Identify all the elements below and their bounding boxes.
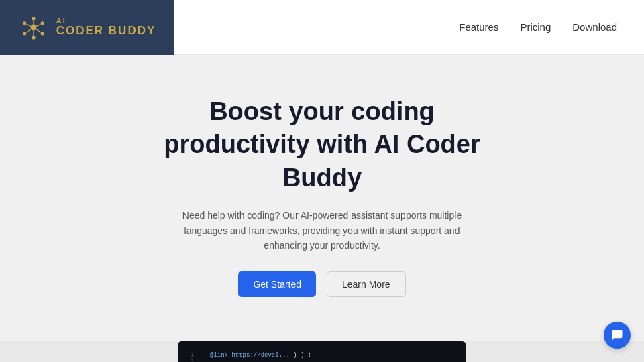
hero-section: Boost your coding productivity with AI C… [0, 55, 644, 341]
line-numbers: 1 2 3 4 5 6 7 8 9 10 11 12 13 14 15 [178, 341, 197, 362]
nav-item-download[interactable]: Download [572, 21, 617, 34]
nav-link-features[interactable]: Features [459, 21, 498, 33]
hero-subtitle: Need help with coding? Our AI-powered as… [181, 208, 463, 253]
code-content: @link https://devel... ) ) ; @package _ … [189, 352, 455, 362]
chat-icon [610, 328, 624, 342]
chat-bubble[interactable] [604, 322, 631, 349]
navbar: AI CODER BUDDY Features Pricing Download [0, 0, 644, 55]
hero-buttons: Get Started Learn More [13, 272, 631, 297]
svg-point-6 [23, 21, 26, 25]
svg-point-5 [23, 32, 26, 35]
code-section: 1 2 3 4 5 6 7 8 9 10 11 12 13 14 15 @lin… [0, 341, 644, 362]
logo-icon [19, 13, 48, 42]
nav-item-features[interactable]: Features [459, 21, 498, 34]
learn-more-button[interactable]: Learn More [327, 272, 406, 297]
code-mock: 1 2 3 4 5 6 7 8 9 10 11 12 13 14 15 @lin… [178, 341, 466, 362]
hero-title: Boost your coding productivity with AI C… [154, 95, 490, 194]
code-line: @link https://devel... ) ) ; [210, 352, 455, 359]
nav-links: Features Pricing Download [459, 21, 617, 34]
get-started-button[interactable]: Get Started [238, 272, 316, 297]
nav-link-download[interactable]: Download [572, 21, 617, 33]
svg-point-4 [32, 36, 35, 39]
svg-point-1 [32, 17, 35, 20]
svg-point-3 [40, 32, 44, 35]
svg-point-2 [40, 21, 44, 25]
logo-text: AI CODER BUDDY [56, 17, 156, 38]
logo-container[interactable]: AI CODER BUDDY [0, 0, 174, 55]
nav-link-pricing[interactable]: Pricing [520, 21, 551, 33]
code-image-wrapper: 1 2 3 4 5 6 7 8 9 10 11 12 13 14 15 @lin… [178, 341, 466, 362]
nav-item-pricing[interactable]: Pricing [520, 21, 551, 34]
logo-name: CODER BUDDY [56, 25, 156, 38]
